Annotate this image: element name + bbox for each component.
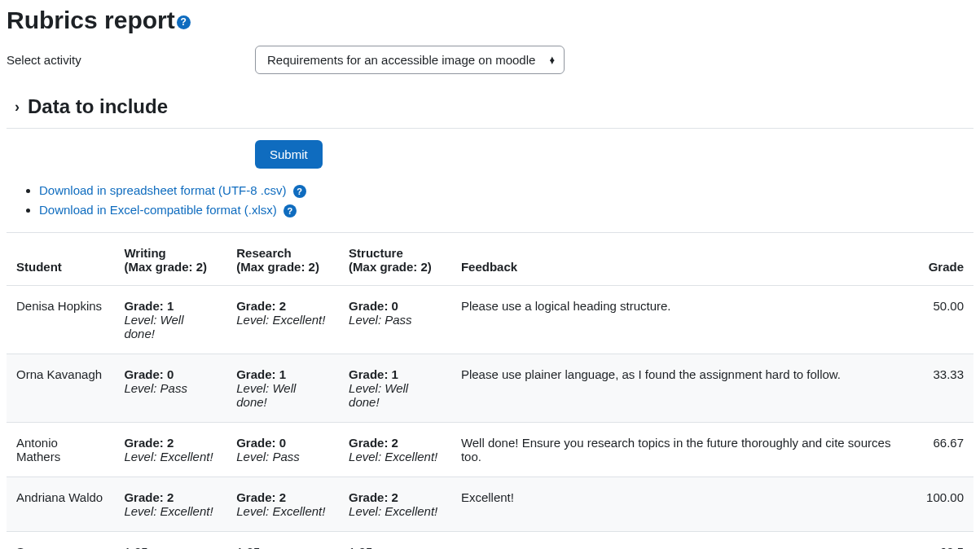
cell-research: Grade: 2 Level: Excellent! [226,286,339,354]
submit-row: Submit [7,129,973,178]
writing-level: Level: Pass [124,381,217,395]
col-writing-l1: Writing [124,246,217,260]
writing-level: Level: Well done! [124,313,217,340]
list-item: Download in Excel-compatible format (.xl… [39,203,973,217]
table-row: Orna Kavanagh Grade: 0 Level: Pass Grade… [7,354,973,423]
table-row: Denisa Hopkins Grade: 1 Level: Well done… [7,286,973,354]
cell-writing: Grade: 0 Level: Pass [114,354,226,423]
writing-grade: Grade: 2 [124,490,217,504]
rubrics-table: Student Writing (Max grade: 2) Research … [7,232,973,549]
table-row: Andriana Waldo Grade: 2 Level: Excellent… [7,477,973,532]
cell-research: Grade: 1 Level: Well done! [226,354,339,423]
table-row: Antonio Mathers Grade: 2 Level: Excellen… [7,423,973,477]
cell-structure: Grade: 2 Level: Excellent! [339,423,451,477]
cell-grade: 100.00 [916,477,973,532]
structure-level: Level: Excellent! [349,504,442,518]
summary-structure: 1.25 [339,532,451,549]
writing-grade: Grade: 1 [124,299,217,313]
research-grade: Grade: 0 [236,436,329,450]
cell-writing: Grade: 2 Level: Excellent! [114,477,226,532]
structure-level: Level: Pass [349,313,442,327]
cell-structure: Grade: 0 Level: Pass [339,286,451,354]
research-grade: Grade: 1 [236,367,329,381]
page-title-text: Rubrics report [7,7,175,34]
data-to-include-title: Data to include [28,95,168,118]
research-level: Level: Excellent! [236,313,329,327]
cell-writing: Grade: 2 Level: Excellent! [114,423,226,477]
cell-research: Grade: 0 Level: Pass [226,423,339,477]
cell-feedback: Please use a logical heading structure. [451,286,916,354]
cell-student: Andriana Waldo [7,477,114,532]
col-student: Student [7,233,114,286]
structure-level: Level: Excellent! [349,450,442,463]
cell-student: Antonio Mathers [7,423,114,477]
col-research-l2: (Max grade: 2) [236,260,329,274]
summary-research: 1.25 [226,532,339,549]
cell-student: Denisa Hopkins [7,286,114,354]
help-icon[interactable]: ? [283,204,297,217]
summary-grade: 62.5 [916,532,973,549]
writing-level: Level: Excellent! [124,450,217,463]
col-feedback: Feedback [451,233,916,286]
research-grade: Grade: 2 [236,490,329,504]
cell-grade: 50.00 [916,286,973,354]
summary-label: Summary [7,532,114,549]
submit-button[interactable]: Submit [255,140,323,169]
cell-grade: 33.33 [916,354,973,423]
cell-structure: Grade: 1 Level: Well done! [339,354,451,423]
list-item: Download in spreadsheet format (UTF-8 .c… [39,183,973,198]
col-research: Research (Max grade: 2) [226,233,339,286]
cell-feedback: Please use plainer language, as I found … [451,354,916,423]
download-list: Download in spreadsheet format (UTF-8 .c… [7,183,973,217]
activity-select-label: Select activity [7,53,255,67]
summary-feedback [451,532,916,549]
research-level: Level: Well done! [236,381,329,409]
research-level: Level: Excellent! [236,504,329,518]
col-structure-l1: Structure [349,246,442,260]
activity-select[interactable]: Requirements for an accessible image on … [255,46,565,74]
col-research-l1: Research [236,246,329,260]
cell-feedback: Excellent! [451,477,916,532]
cell-student: Orna Kavanagh [7,354,114,423]
help-icon[interactable]: ? [177,15,191,29]
chevron-right-icon: › [15,99,20,116]
cell-writing: Grade: 1 Level: Well done! [114,286,226,354]
activity-select-row: Select activity Requirements for an acce… [7,46,973,74]
structure-grade: Grade: 2 [349,436,442,450]
help-icon[interactable]: ? [293,185,306,198]
cell-research: Grade: 2 Level: Excellent! [226,477,339,532]
research-level: Level: Pass [236,450,329,463]
col-grade: Grade [916,233,973,286]
table-header-row: Student Writing (Max grade: 2) Research … [7,233,973,286]
col-structure-l2: (Max grade: 2) [349,260,442,274]
cell-grade: 66.67 [916,423,973,477]
data-to-include-toggle[interactable]: › Data to include [7,89,973,129]
writing-grade: Grade: 2 [124,436,217,450]
col-writing-l2: (Max grade: 2) [124,260,217,274]
writing-level: Level: Excellent! [124,504,217,518]
activity-select-wrap: Requirements for an accessible image on … [255,46,565,74]
structure-grade: Grade: 1 [349,367,442,381]
col-structure: Structure (Max grade: 2) [339,233,451,286]
col-writing: Writing (Max grade: 2) [114,233,226,286]
table-summary-row: Summary 1.25 1.25 1.25 62.5 [7,532,973,549]
cell-structure: Grade: 2 Level: Excellent! [339,477,451,532]
structure-level: Level: Well done! [349,381,442,409]
structure-grade: Grade: 2 [349,490,442,504]
download-csv-link[interactable]: Download in spreadsheet format (UTF-8 .c… [39,183,286,197]
summary-writing: 1.25 [114,532,226,549]
cell-feedback: Well done! Ensure you research topics in… [451,423,916,477]
page-title: Rubrics report ? [7,7,973,34]
research-grade: Grade: 2 [236,299,329,313]
writing-grade: Grade: 0 [124,367,217,381]
download-xlsx-link[interactable]: Download in Excel-compatible format (.xl… [39,203,277,217]
structure-grade: Grade: 0 [349,299,442,313]
